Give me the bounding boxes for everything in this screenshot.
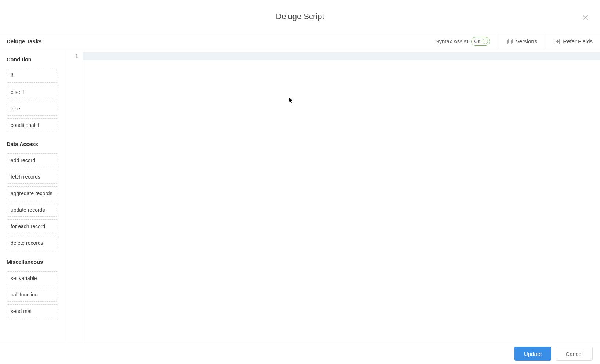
refer-fields-icon: [553, 38, 560, 45]
toolbar: Deluge Tasks Syntax Assist On Versions R…: [0, 33, 600, 50]
section-condition-title: Condition: [0, 50, 65, 66]
cancel-button[interactable]: Cancel: [556, 347, 593, 361]
task-for-each-record[interactable]: for each record: [7, 219, 58, 233]
line-number-gutter: 1: [65, 50, 83, 343]
versions-label: Versions: [516, 38, 537, 44]
modal-header: Deluge Script: [0, 0, 600, 33]
task-else[interactable]: else: [7, 102, 58, 116]
task-set-variable[interactable]: set variable: [7, 271, 58, 285]
refer-fields-label: Refer Fields: [563, 38, 593, 44]
deluge-tasks-label: Deluge Tasks: [0, 38, 65, 44]
task-else-if[interactable]: else if: [7, 85, 58, 99]
task-update-records[interactable]: update records: [7, 203, 58, 217]
task-send-mail[interactable]: send mail: [7, 304, 58, 318]
task-call-function[interactable]: call function: [7, 288, 58, 302]
svg-rect-3: [508, 39, 512, 43]
versions-icon: [506, 38, 513, 45]
toggle-state-label: On: [474, 39, 480, 44]
toggle-knob: [483, 39, 488, 44]
line-number-1: 1: [65, 52, 83, 60]
tasks-sidebar[interactable]: Condition if else if else conditional if…: [0, 50, 65, 343]
close-button[interactable]: [582, 14, 589, 21]
code-editor[interactable]: 1: [65, 50, 600, 343]
modal-title: Deluge Script: [276, 12, 324, 21]
versions-button[interactable]: Versions: [498, 33, 545, 50]
task-aggregate-records[interactable]: aggregate records: [7, 186, 58, 200]
svg-rect-2: [507, 40, 511, 44]
section-miscellaneous-title: Miscellaneous: [0, 252, 65, 269]
update-button[interactable]: Update: [514, 347, 551, 361]
mouse-cursor-icon: [288, 97, 294, 105]
close-icon: [582, 15, 588, 21]
task-fetch-records[interactable]: fetch records: [7, 170, 58, 184]
section-data-access-title: Data Access: [0, 135, 65, 151]
task-if[interactable]: if: [7, 69, 58, 83]
syntax-assist-toggle[interactable]: On: [471, 37, 490, 46]
syntax-assist-group: Syntax Assist On: [435, 37, 498, 46]
task-add-record[interactable]: add record: [7, 153, 58, 167]
task-delete-records[interactable]: delete records: [7, 236, 58, 250]
syntax-assist-label: Syntax Assist: [435, 38, 468, 44]
refer-fields-button[interactable]: Refer Fields: [545, 33, 593, 50]
task-conditional-if[interactable]: conditional if: [7, 118, 58, 132]
footer: Update Cancel: [0, 343, 600, 364]
code-area[interactable]: [83, 50, 600, 343]
active-line: [83, 52, 600, 60]
